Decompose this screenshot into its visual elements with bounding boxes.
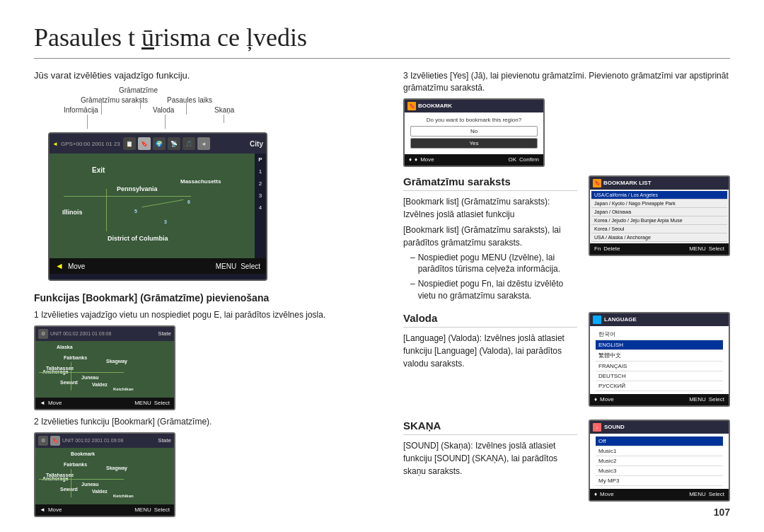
sound-music1[interactable]: Music1	[596, 446, 723, 456]
nav-menu-label: MENU	[216, 262, 236, 270]
bookmark-btn-no[interactable]: No	[410, 126, 538, 137]
bklist-item-1[interactable]: Japan / Kyoto / Nago Pineapple Park	[591, 200, 727, 208]
lang-chinese[interactable]: 繁體中文	[596, 350, 723, 362]
ketchikan-label-1: Ketchikan	[113, 387, 134, 391]
bookmark-confirm-bottom: ♦ ♦ Move OK Confirm	[405, 154, 543, 166]
confirm-move-label: Move	[420, 156, 434, 163]
lang-move: Move	[600, 396, 614, 403]
sound-screen-container: ♪ SOUND Off Music1 Music2 Music3 My MP3 …	[589, 420, 730, 502]
lang-select: Select	[709, 396, 724, 403]
bookmark-confirm-top: 🔖 BOOKMARK	[405, 100, 543, 112]
bklist-body: USA/California / Los Angeles Japan / Kyo…	[590, 190, 729, 243]
bklist-select: Select	[709, 245, 724, 252]
confirm-ok: OK	[508, 156, 516, 163]
label-valoda: Valoda	[153, 106, 174, 114]
small-screen-2-top: ⚙ 🔖 UNIT 001:02 2001 01 09:08 State	[35, 434, 174, 448]
small-screen-1-top: ⚙ UNIT 001:02 2001 01 09:08 State	[35, 327, 174, 341]
skana-body-text: [SOUND] (Skaņa): Izvēlnes joslā atlasiet…	[403, 439, 577, 478]
small-bottom-2: ◄ Move MENU Select	[35, 504, 174, 516]
gramatzimju-bullet2: Nospiediet pogu Fn, lai dzēstu izvēlēto …	[410, 278, 577, 302]
label-skana: Skaņa	[214, 106, 234, 114]
select-text-2: Select	[154, 507, 170, 513]
bklist-item-4[interactable]: Korea / Seoul	[591, 225, 727, 233]
valoda-body-text: [Language] (Valoda): Izvēlnes joslā atla…	[403, 332, 577, 370]
juneau-label-2: Juneau	[81, 482, 99, 487]
bklist-item-0[interactable]: USA/California / Los Angeles	[591, 191, 727, 200]
right-column: 3 Izvēlieties [Yes] (Jā), lai pievienotu…	[403, 70, 730, 517]
sound-icon: ♪	[593, 423, 601, 432]
bookmark-title: BOOKMARK	[418, 103, 452, 109]
nav-arrow-left: ◄	[55, 261, 64, 271]
sound-music2[interactable]: Music2	[596, 456, 723, 466]
bookmark-question: Do you want to bookmark this region?	[410, 117, 538, 123]
move-arrow-1: ◄	[40, 400, 45, 406]
menu-text-2: MENU	[134, 507, 151, 513]
lang-top: 🌐 LANGUAGE	[590, 313, 729, 326]
sound-bottom: ♦ Move MENU Select	[590, 489, 729, 500]
state-massachusetts: Massachusetts	[180, 178, 221, 185]
gramatzimju-text1: [Bookmark list] (Grāmatzīmu saraksts): I…	[403, 195, 577, 221]
bklist-screen: 🔖 BOOKMARK LIST USA/California / Los Ang…	[589, 175, 730, 256]
gramatzimju-text2: [Bookmark list] (Grāmatzīmu saraksts), l…	[403, 224, 577, 249]
main-nav-screen: ◄ GPS+00:00 2001 01 23 📋 🔖 🌍 📡 🎵 ◄ City	[48, 132, 267, 281]
step2-text: 2 Izvēlieties funkciju [Bookmark] (Grāma…	[34, 416, 381, 428]
lang-english[interactable]: ENGLISH	[596, 340, 723, 350]
funkcijas-title: Funkcijas [Bookmark] (Grāmatzīme) pievie…	[34, 292, 381, 303]
bklist-item-5[interactable]: USA / Alaska / Anchorage	[591, 233, 727, 242]
sound-music3[interactable]: Music3	[596, 466, 723, 476]
valoda-text: Valoda [Language] (Valoda): Izvēlnes jos…	[403, 312, 577, 373]
nav-icon-5: 🎵	[183, 137, 195, 150]
sound-select: Select	[709, 491, 724, 497]
move-text-1: Move	[48, 400, 62, 406]
skana-section: SKAŅA [SOUND] (Skaņa): Izvēlnes joslā at…	[403, 420, 730, 502]
nav-icon-4: 📡	[168, 137, 180, 150]
bookmark-confirm-screen: 🔖 BOOKMARK Do you want to bookmark this …	[403, 98, 545, 167]
lang-arrow: ♦	[594, 396, 597, 403]
small-map-2: Bookmark Fairbanks Tallahassee Skagway A…	[35, 448, 174, 504]
bklist-screen-container: 🔖 BOOKMARK LIST USA/California / Los Ang…	[589, 175, 730, 262]
confirm-arrow: ♦	[409, 156, 412, 163]
valoda-section: Valoda [Language] (Valoda): Izvēlnes jos…	[403, 312, 730, 412]
bklist-fn: Fn	[594, 245, 601, 252]
juneau-label-1: Juneau	[81, 375, 99, 380]
move-text-2: Move	[48, 507, 62, 513]
seward-label-2: Seward	[60, 487, 78, 492]
bklist-item-3[interactable]: Korea / Jejudo / Jeju Bunjae Arpia Muse	[591, 216, 727, 225]
lang-french[interactable]: FRANÇAIS	[596, 362, 723, 371]
bklist-item-2[interactable]: Japan / Okinawa	[591, 208, 727, 216]
exit-label: Exit	[92, 166, 105, 174]
main-content: Jūs varat izvēlēties vajadzīgo funkciju.…	[34, 70, 730, 517]
sound-body: Off Music1 Music2 Music3 My MP3	[590, 434, 729, 489]
step1-text: 1 Izvēlieties vajadzīgo vietu un nospied…	[34, 309, 381, 321]
lang-screen: 🌐 LANGUAGE 한국어 ENGLISH 繁體中文 FRANÇAIS DEU…	[589, 312, 730, 407]
nav-icon-2[interactable]: 🔖	[138, 137, 151, 150]
skana-title: SKAŅA	[403, 420, 577, 435]
lang-german[interactable]: DEUTSCH	[596, 371, 723, 381]
gramatzimju-bullet1: Nospiediet pogu MENU (Izvēlne), lai parā…	[410, 252, 577, 276]
diagram-area: Grāmatzīme Grāmatzīmu saraksts Pasaules …	[34, 86, 381, 281]
bookmark-icon-2: 🔖	[50, 436, 60, 446]
alaska-label: Alaska	[57, 345, 73, 349]
menu-text-1: MENU	[134, 400, 151, 406]
left-column: Jūs varat izvēlēties vajadzīgo funkciju.…	[34, 70, 381, 517]
intro-text: Jūs varat izvēlēties vajadzīgo funkciju.	[34, 70, 381, 81]
steps-area: 1 Izvēlieties vajadzīgo vietu un nospied…	[34, 309, 381, 517]
step3-text: 3 Izvēlieties [Yes] (Jā), lai pievienotu…	[403, 70, 730, 94]
steps-col: 1 Izvēlieties vajadzīgo vietu un nospied…	[34, 309, 381, 517]
gramatzimju-saraksts-section: Grāmatzīmu saraksts [Bookmark list] (Grā…	[403, 175, 730, 305]
label-gramatzimju-saraksts: Grāmatzīmu saraksts	[81, 96, 148, 104]
sound-off[interactable]: Off	[596, 436, 723, 446]
sound-mymp3[interactable]: My MP3	[596, 476, 723, 486]
nav-icon-3: 🌍	[153, 137, 166, 150]
fairbanks-label: Fairbanks	[64, 355, 87, 360]
sound-top: ♪ SOUND	[590, 421, 729, 434]
bookmark-btn-yes[interactable]: Yes	[410, 138, 538, 149]
label-pasaules-laiks: Pasaules laiks	[167, 96, 212, 104]
lang-screen-container: 🌐 LANGUAGE 한국어 ENGLISH 繁體中文 FRANÇAIS DEU…	[589, 312, 730, 412]
state-num3: 3	[164, 219, 167, 224]
small-screen-1: ⚙ UNIT 001:02 2001 01 09:08 State Alaska…	[34, 325, 175, 410]
lang-russian[interactable]: РУССКИЙ	[596, 381, 723, 391]
lang-menu: MENU	[689, 396, 706, 403]
lang-korean[interactable]: 한국어	[596, 329, 723, 340]
nav-map: Exit Pennsylvania Massachusetts Illinois…	[50, 154, 266, 258]
